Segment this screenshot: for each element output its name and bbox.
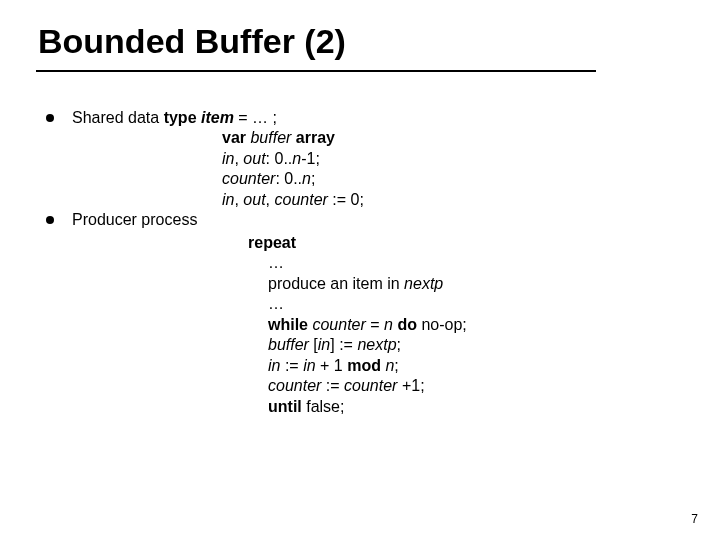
text: , (234, 150, 243, 167)
bullet-icon (46, 216, 54, 224)
text: ] := (330, 336, 357, 353)
code-line: counter := counter +1; (248, 376, 666, 396)
text: produce an item in (268, 275, 404, 292)
shared-data-line: Shared data type item = … ; (72, 108, 666, 128)
id-buffer: buffer (250, 129, 295, 146)
kw-var: var (222, 129, 250, 146)
id-buffer: buffer (268, 336, 309, 353)
id-counter: counter (344, 377, 397, 394)
id-n: n (302, 170, 311, 187)
slide: Bounded Buffer (2) Shared data type item… (0, 0, 720, 540)
producer-code: repeat … produce an item in nextp … whil… (72, 233, 666, 417)
init-line: in, out, counter := 0; (72, 190, 666, 210)
bullet-2-content: Producer process repeat … produce an ite… (72, 210, 666, 417)
id-in: in (222, 150, 234, 167)
text: -1; (301, 150, 320, 167)
producer-head: Producer process (72, 210, 666, 230)
text: Shared data (72, 109, 164, 126)
text: = (366, 316, 384, 333)
text: ; (394, 357, 398, 374)
title-underline (36, 70, 596, 72)
text: false; (306, 398, 344, 415)
kw-until: until (268, 398, 306, 415)
kw-while: while (268, 316, 312, 333)
kw-mod: mod (347, 357, 385, 374)
id-counter: counter (222, 170, 275, 187)
slide-body: Shared data type item = … ; var buffer a… (46, 108, 666, 417)
bullet-1-content: Shared data type item = … ; var buffer a… (72, 108, 666, 210)
text: +1; (397, 377, 424, 394)
text: [ (309, 336, 318, 353)
page-number: 7 (691, 512, 698, 526)
text: : 0.. (266, 150, 293, 167)
code-line: buffer [in] := nextp; (248, 335, 666, 355)
id-n: n (385, 357, 394, 374)
id-counter: counter (274, 191, 327, 208)
kw-array: array (296, 129, 335, 146)
id-out: out (243, 150, 265, 167)
kw-type: type (164, 109, 201, 126)
id-out: out (243, 191, 265, 208)
id-in: in (318, 336, 330, 353)
code-line: … (248, 253, 666, 273)
counter-line: counter: 0..n; (72, 169, 666, 189)
text: := (321, 377, 344, 394)
id-item: item (201, 109, 234, 126)
slide-title: Bounded Buffer (2) (38, 22, 346, 61)
inout-line: in, out: 0..n-1; (72, 149, 666, 169)
id-n: n (292, 150, 301, 167)
text: := (280, 357, 303, 374)
id-n: n (384, 316, 393, 333)
kw-do: do (393, 316, 421, 333)
id-in: in (268, 357, 280, 374)
text: , (234, 191, 243, 208)
code-line: … (248, 294, 666, 314)
text: = … ; (234, 109, 277, 126)
bullet-icon (46, 114, 54, 122)
text: + 1 (316, 357, 348, 374)
text: := 0; (328, 191, 364, 208)
bullet-item-2: Producer process repeat … produce an ite… (46, 210, 666, 417)
id-counter: counter (268, 377, 321, 394)
code-line: in := in + 1 mod n; (248, 356, 666, 376)
code-line: repeat (248, 233, 666, 253)
id-nextp: nextp (404, 275, 443, 292)
code-line: until false; (248, 397, 666, 417)
id-in: in (303, 357, 315, 374)
var-line: var buffer array (72, 128, 666, 148)
text: no-op; (421, 316, 466, 333)
code-line: produce an item in nextp (248, 274, 666, 294)
text: : 0.. (275, 170, 302, 187)
text: ; (311, 170, 315, 187)
id-in: in (222, 191, 234, 208)
code-line: while counter = n do no-op; (248, 315, 666, 335)
id-nextp: nextp (357, 336, 396, 353)
kw-repeat: repeat (248, 234, 296, 251)
id-counter: counter (312, 316, 365, 333)
text: ; (397, 336, 401, 353)
bullet-item-1: Shared data type item = … ; var buffer a… (46, 108, 666, 210)
